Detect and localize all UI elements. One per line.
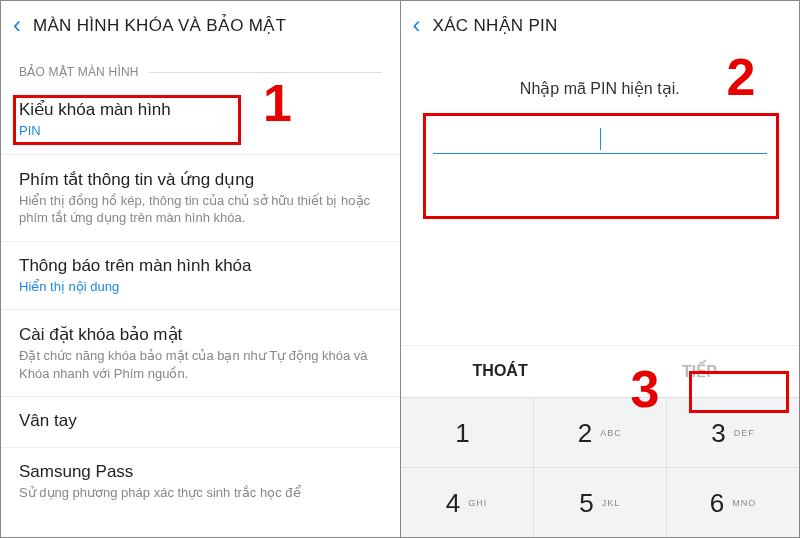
right-title: XÁC NHẬN PIN	[433, 15, 558, 36]
section-label: BẢO MẬT MÀN HÌNH	[1, 47, 400, 85]
left-title: MÀN HÌNH KHÓA VÀ BẢO MẬT	[33, 15, 286, 36]
pin-prompt: Nhập mã PIN hiện tại.	[423, 79, 778, 98]
key-1[interactable]: 1	[401, 398, 534, 467]
cancel-button[interactable]: THOÁT	[401, 346, 600, 397]
item-title: Samsung Pass	[19, 462, 382, 482]
back-icon[interactable]: ‹	[413, 11, 421, 39]
item-sub: Hiển thị đồng hồ kép, thông tin của chủ …	[19, 192, 382, 227]
text-cursor	[600, 128, 602, 150]
key-4[interactable]: 4GHI	[401, 468, 534, 537]
item-title: Cài đặt khóa bảo mật	[19, 324, 382, 345]
key-5[interactable]: 5JKL	[534, 468, 667, 537]
item-shortcuts[interactable]: Phím tắt thông tin và ứng dụng Hiển thị …	[1, 155, 400, 242]
pin-input[interactable]	[433, 124, 768, 154]
item-sub: Sử dụng phương pháp xác thực sinh trắc h…	[19, 484, 382, 502]
settings-pane: ‹ MÀN HÌNH KHÓA VÀ BẢO MẬT BẢO MẬT MÀN H…	[1, 1, 401, 537]
item-title: Thông báo trên màn hình khóa	[19, 256, 382, 276]
key-2[interactable]: 2ABC	[534, 398, 667, 467]
item-title: Kiểu khóa màn hình	[19, 99, 382, 120]
item-title: Phím tắt thông tin và ứng dụng	[19, 169, 382, 190]
item-lockscreen-notifs[interactable]: Thông báo trên màn hình khóa Hiển thị nộ…	[1, 242, 400, 311]
item-lock-type[interactable]: Kiểu khóa màn hình PIN	[1, 85, 400, 155]
next-button[interactable]: TIẾP	[600, 346, 799, 397]
item-secure-lock-settings[interactable]: Cài đặt khóa bảo mật Đặt chức năng khóa …	[1, 310, 400, 397]
item-sub: Hiển thị nội dung	[19, 278, 382, 296]
item-sub: PIN	[19, 122, 382, 140]
item-fingerprint[interactable]: Vân tay	[1, 397, 400, 448]
key-3[interactable]: 3DEF	[667, 398, 799, 467]
key-6[interactable]: 6MNO	[667, 468, 799, 537]
item-samsung-pass[interactable]: Samsung Pass Sử dụng phương pháp xác thự…	[1, 448, 400, 516]
item-sub: Đặt chức năng khóa bảo mật của bạn như T…	[19, 347, 382, 382]
item-title: Vân tay	[19, 411, 382, 431]
pin-pane: ‹ XÁC NHẬN PIN Nhập mã PIN hiện tại. THO…	[401, 1, 800, 537]
left-header: ‹ MÀN HÌNH KHÓA VÀ BẢO MẬT	[1, 1, 400, 47]
back-icon[interactable]: ‹	[13, 11, 21, 39]
right-header: ‹ XÁC NHẬN PIN	[401, 1, 800, 47]
pin-area: Nhập mã PIN hiện tại.	[401, 47, 800, 164]
pin-actions: THOÁT TIẾP	[401, 345, 800, 397]
keypad: 1 2ABC 3DEF 4GHI 5JKL 6MNO	[401, 397, 800, 537]
